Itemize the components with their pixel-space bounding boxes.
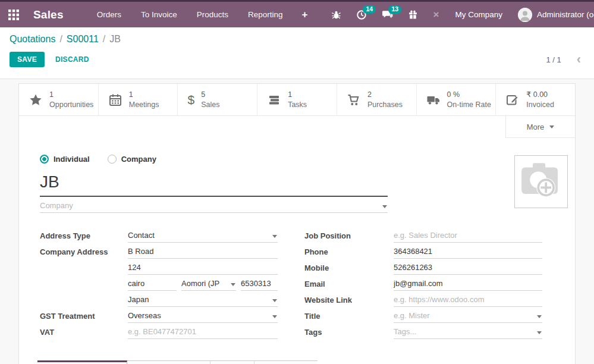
contact-details-column: Job Position Phone Mobile	[304, 228, 542, 340]
job-position-label: Job Position	[304, 231, 394, 240]
website-input[interactable]	[394, 294, 542, 307]
save-button[interactable]: SAVE	[10, 52, 45, 67]
tags-input[interactable]	[394, 326, 542, 339]
debug-bug-icon[interactable]	[331, 10, 341, 20]
chevron-down-icon	[549, 125, 554, 128]
menu-to-invoice[interactable]: To Invoice	[141, 10, 177, 19]
gift-icon[interactable]	[408, 10, 418, 20]
zip-field	[241, 278, 278, 291]
more-label: More	[527, 123, 545, 131]
address-type-label: Address Type	[40, 231, 128, 240]
form-sheet: 1 Opportunities 1 Meetings	[18, 83, 576, 364]
content-area: 1 Opportunities 1 Meetings	[0, 79, 594, 364]
menu-orders[interactable]: Orders	[97, 10, 121, 19]
breadcrumb-s00011[interactable]: S00011	[67, 34, 99, 45]
address-column: Address Type Company Address	[40, 228, 278, 340]
person-icon	[518, 8, 532, 22]
gst-treatment-select[interactable]	[128, 310, 278, 323]
job-position-input[interactable]	[394, 230, 542, 243]
radio-unselected-icon	[108, 155, 117, 164]
chevron-down-icon	[272, 315, 277, 318]
address-type-select[interactable]	[128, 230, 278, 243]
menu-products[interactable]: Products	[197, 10, 228, 19]
tags-label: Tags	[304, 328, 394, 337]
activities-button[interactable]: 14	[356, 10, 367, 20]
stat-value: 1	[288, 90, 307, 99]
company-switcher[interactable]: My Company	[455, 10, 502, 19]
stat-sales[interactable]: $ 5 Sales	[178, 84, 257, 115]
state-select[interactable]	[181, 278, 236, 291]
contact-photo-upload[interactable]	[514, 155, 568, 208]
radio-company[interactable]: Company	[108, 155, 156, 164]
website-link-label: Website Link	[304, 296, 394, 305]
city-state-zip-row	[128, 278, 278, 291]
email-label: Email	[304, 280, 394, 288]
radio-individual[interactable]: Individual	[40, 155, 90, 164]
stat-button-row: 1 Opportunities 1 Meetings	[19, 84, 575, 116]
phone-field	[394, 246, 542, 259]
breadcrumb-quotations[interactable]: Quotations	[10, 34, 55, 45]
menu-reporting[interactable]: Reporting	[248, 10, 283, 19]
quick-create-icon[interactable]: +	[302, 9, 308, 21]
close-icon[interactable]: ×	[433, 9, 439, 21]
stat-value: 1	[129, 90, 159, 99]
record-pager: 1 / 1 ‹	[546, 55, 584, 64]
mobile-label: Mobile	[304, 263, 394, 272]
stat-label: Tasks	[288, 100, 307, 109]
address-type-field	[128, 230, 278, 243]
street2-input[interactable]	[128, 262, 278, 275]
bug-icon	[331, 10, 341, 20]
radio-company-label: Company	[121, 155, 156, 164]
app-name[interactable]: Sales	[33, 8, 64, 21]
state-field	[181, 278, 236, 291]
tab-3[interactable]	[210, 360, 254, 364]
country-select[interactable]	[128, 294, 278, 307]
zip-input[interactable]	[241, 278, 278, 291]
user-avatar[interactable]	[518, 8, 532, 22]
notebook-tabs	[37, 360, 318, 364]
discard-button[interactable]: DISCARD	[55, 55, 89, 64]
control-panel-buttons: SAVE DISCARD 1 / 1 ‹	[10, 52, 584, 67]
more-row: More	[19, 116, 575, 138]
messages-button[interactable]: 13	[382, 10, 393, 20]
stat-meetings[interactable]: 1 Meetings	[99, 84, 178, 115]
stat-label: Invoiced	[526, 100, 554, 109]
more-button[interactable]: More	[505, 116, 575, 138]
tab-2[interactable]	[127, 360, 210, 364]
tags-field	[394, 326, 542, 339]
phone-input[interactable]	[394, 246, 542, 259]
radio-individual-label: Individual	[54, 155, 90, 164]
chevron-down-icon	[537, 315, 542, 318]
apps-menu-icon[interactable]	[8, 7, 19, 23]
breadcrumb-current: JB	[109, 34, 121, 45]
tab-active[interactable]	[37, 360, 127, 364]
user-menu[interactable]: Administrator (odoo14	[537, 10, 594, 19]
street-input[interactable]	[128, 246, 278, 259]
company-input[interactable]	[40, 200, 388, 213]
email-input[interactable]	[394, 278, 542, 291]
mobile-field	[394, 262, 542, 275]
pager-previous-icon[interactable]: ‹	[577, 55, 581, 64]
title-label: Title	[304, 312, 394, 321]
messages-badge: 13	[388, 5, 401, 14]
calendar-icon	[108, 93, 122, 107]
title-select[interactable]	[394, 310, 542, 323]
stat-opportunities[interactable]: 1 Opportunities	[19, 84, 99, 115]
tasks-list-icon	[267, 93, 281, 107]
pencil-square-icon	[505, 93, 520, 107]
city-input[interactable]	[128, 278, 177, 291]
tab-4[interactable]	[254, 360, 318, 364]
vat-input[interactable]	[128, 326, 278, 339]
stat-invoiced[interactable]: ₹ 0.00 Invoiced	[496, 84, 575, 115]
stat-label: Opportunities	[49, 100, 93, 109]
contact-name-input[interactable]: JB	[40, 172, 388, 197]
app-menu: Orders To Invoice Products Reporting	[97, 10, 283, 19]
mobile-input[interactable]	[394, 262, 542, 275]
email-field	[394, 278, 542, 291]
pager-count: 1 / 1	[546, 55, 561, 64]
stat-on-time-rate[interactable]: 0 % On-time Rate	[417, 84, 496, 115]
stat-purchases[interactable]: 2 Purchases	[337, 84, 417, 115]
breadcrumb: Quotations / S00011 / JB	[10, 34, 584, 45]
main-navbar: Sales Orders To Invoice Products Reporti…	[0, 2, 594, 27]
stat-tasks[interactable]: 1 Tasks	[257, 84, 337, 115]
